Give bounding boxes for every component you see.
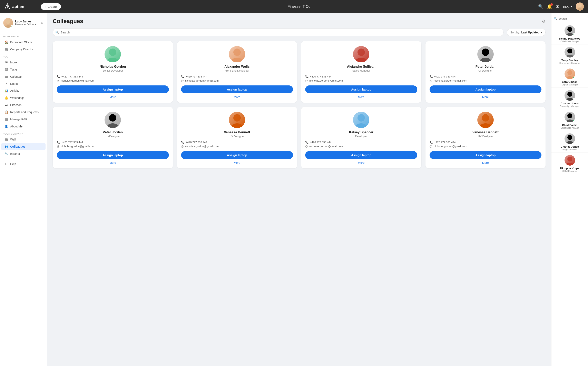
svg-point-35 bbox=[566, 163, 573, 166]
sidebar-item-activity[interactable]: 📊 Activity bbox=[1, 87, 46, 94]
right-search-input[interactable] bbox=[558, 17, 588, 20]
content-settings-icon[interactable]: ⚙ bbox=[542, 19, 546, 24]
sidebar-item-about-me[interactable]: 👤 About Me bbox=[1, 123, 46, 130]
direction-icon: ⇄ bbox=[5, 103, 8, 107]
app-logo[interactable]: aptien bbox=[4, 3, 37, 10]
sidebar-item-wall[interactable]: ▦ Wall bbox=[1, 136, 46, 143]
sidebar-item-label: Personnel Officer bbox=[10, 41, 32, 44]
assign-laptop-button[interactable]: Assign laptop bbox=[305, 151, 417, 159]
card-email: nicholas.gordon@gmail.com bbox=[309, 79, 343, 82]
assign-laptop-button[interactable]: Assign laptop bbox=[305, 85, 417, 93]
more-link[interactable]: More bbox=[110, 161, 116, 164]
right-person-name: Chad Banks bbox=[562, 123, 577, 127]
user-avatar[interactable] bbox=[576, 2, 584, 11]
right-panel-person[interactable]: Ukropne Krupa SMM Manager bbox=[551, 152, 588, 174]
card-role: Senior Developer bbox=[103, 69, 123, 72]
card-email-row: @ nicholas.gordon@gmail.com bbox=[305, 145, 417, 148]
sidebar-item-label: Direction bbox=[10, 103, 21, 107]
assign-laptop-button[interactable]: Assign laptop bbox=[57, 85, 169, 93]
assign-laptop-button[interactable]: Assign laptop bbox=[429, 85, 542, 93]
svg-point-15 bbox=[107, 123, 119, 128]
sidebar-item-intranet[interactable]: 🔧 Intranet bbox=[1, 150, 46, 157]
sidebar-item-tasks[interactable]: ☑ Tasks bbox=[1, 66, 46, 73]
phone-icon: 📞 bbox=[57, 141, 60, 144]
assign-laptop-button[interactable]: Assign laptop bbox=[57, 151, 169, 159]
sidebar-item-watchdogs[interactable]: 🔔 Watchdogs bbox=[1, 94, 46, 101]
sidebar-item-manage-rr[interactable]: ▦ Manage R&R bbox=[1, 116, 46, 123]
card-name: Kelsey Spencer bbox=[349, 130, 373, 134]
card-email: nicholas.gordon@gmail.com bbox=[434, 79, 467, 82]
sidebar-settings-icon[interactable]: ⚙ bbox=[41, 21, 43, 25]
right-panel-person[interactable]: Sara Gibson Digital Strategist bbox=[551, 66, 588, 88]
right-panel-person[interactable]: Charles Jones Insights Analyst bbox=[551, 131, 588, 152]
sidebar-item-label: Help bbox=[10, 162, 16, 166]
right-avatar bbox=[564, 133, 575, 144]
more-link[interactable]: More bbox=[482, 95, 489, 99]
sidebar-item-help[interactable]: ⊙ Help bbox=[1, 160, 46, 168]
more-link[interactable]: More bbox=[358, 161, 365, 164]
card-name: Nicholas Gordon bbox=[100, 65, 126, 69]
right-panel-person[interactable]: Keanu Matthews Chief Data Analyst bbox=[551, 23, 588, 45]
sidebar-item-inbox[interactable]: ✉ Inbox bbox=[1, 59, 46, 66]
notifications-bell[interactable]: 🔔 bbox=[547, 4, 552, 9]
more-link[interactable]: More bbox=[482, 161, 489, 164]
card-phone-row: 📞 +420 777 333 444 bbox=[305, 75, 417, 78]
card-phone-row: 📞 +420 777 333 444 bbox=[181, 75, 293, 78]
right-person-role: Community Manager bbox=[559, 62, 580, 64]
sort-chevron-icon: ▾ bbox=[541, 31, 542, 34]
svg-point-26 bbox=[567, 70, 572, 75]
more-link[interactable]: More bbox=[234, 161, 240, 164]
sort-button[interactable]: Sort by: Last Updated ▾ bbox=[507, 29, 546, 36]
assign-laptop-button[interactable]: Assign laptop bbox=[429, 151, 542, 159]
language-selector[interactable]: ENG ▾ bbox=[563, 5, 572, 8]
sidebar-item-reports[interactable]: 📋 Reports and Requests bbox=[1, 109, 46, 116]
right-panel-person[interactable]: Terry Stanley Community Manager bbox=[551, 45, 588, 66]
card-role: Front-End Developer bbox=[225, 69, 249, 72]
create-button[interactable]: + Create bbox=[41, 3, 61, 10]
notification-badge bbox=[550, 3, 553, 6]
main-search-input[interactable] bbox=[53, 29, 503, 36]
assign-laptop-button[interactable]: Assign laptop bbox=[181, 85, 293, 93]
email-icon: @ bbox=[57, 145, 59, 148]
right-person-role: Insights Analyst bbox=[562, 148, 577, 151]
more-link[interactable]: More bbox=[358, 95, 365, 99]
online-status-dot bbox=[11, 25, 13, 27]
email-icon: @ bbox=[429, 145, 432, 148]
svg-point-16 bbox=[233, 114, 241, 122]
card-avatar bbox=[477, 112, 494, 128]
card-contact: 📞 +420 777 333 444 @ nicholas.gordon@gma… bbox=[305, 141, 417, 148]
right-person-name: Charles Jones bbox=[561, 145, 579, 148]
sidebar-item-direction[interactable]: ⇄ Direction bbox=[1, 101, 46, 108]
svg-point-22 bbox=[567, 27, 572, 32]
sidebar-user-name: Lucy James bbox=[15, 20, 39, 23]
sidebar-item-colleagues[interactable]: 👥 Colleagues bbox=[1, 143, 46, 150]
svg-point-3 bbox=[577, 8, 583, 11]
sidebar-item-label: Manage R&R bbox=[10, 118, 27, 121]
sidebar-item-label: About Me bbox=[10, 125, 23, 128]
right-panel-person[interactable]: Charles Jones Campaign Manager bbox=[551, 88, 588, 109]
phone-icon: 📞 bbox=[305, 75, 309, 78]
sidebar-item-calendar[interactable]: ▦ Calendar bbox=[1, 73, 46, 80]
search-icon[interactable]: 🔍 bbox=[538, 4, 543, 9]
sidebar-item-label: Wall bbox=[10, 138, 16, 141]
phone-icon: 📞 bbox=[181, 75, 184, 78]
sidebar-item-personnel-officer[interactable]: 🏠 Personnel Officer bbox=[1, 39, 46, 46]
more-link[interactable]: More bbox=[110, 95, 116, 99]
assign-laptop-button[interactable]: Assign laptop bbox=[181, 151, 293, 159]
right-panel-person[interactable]: Chad Banks Chief Data Analyst bbox=[551, 109, 588, 131]
email-icon: @ bbox=[429, 79, 432, 82]
card-contact: 📞 +420 777 333 444 @ nicholas.gordon@gma… bbox=[181, 75, 293, 82]
card-phone: +420 777 333 444 bbox=[186, 141, 207, 144]
more-link[interactable]: More bbox=[234, 95, 240, 99]
card-name: Alexander Wells bbox=[224, 65, 249, 69]
online-dot bbox=[573, 120, 575, 122]
svg-point-33 bbox=[566, 141, 573, 144]
card-email: nicholas.gordon@gmail.com bbox=[185, 79, 219, 82]
sidebar-item-notes[interactable]: ▪ Notes bbox=[1, 80, 46, 87]
sidebar-item-label: Activity bbox=[10, 89, 19, 92]
mail-icon[interactable]: ✉ bbox=[556, 4, 559, 9]
card-phone: +420 777 333 444 bbox=[310, 141, 331, 144]
sidebar-item-company-director[interactable]: ▦ Company Director bbox=[1, 46, 46, 53]
card-phone-row: 📞 +420 777 333 444 bbox=[57, 75, 169, 78]
right-person-name: Keanu Matthews bbox=[559, 37, 580, 40]
